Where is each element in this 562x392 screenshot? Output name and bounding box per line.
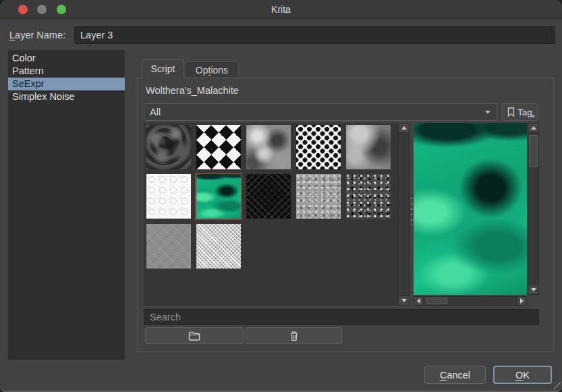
cancel-label-post: ancel xyxy=(447,370,470,381)
layer-name-label: Layer Name: xyxy=(9,26,65,44)
preview-vertical-scrollbar[interactable] xyxy=(528,123,539,295)
list-item-color[interactable]: Color xyxy=(8,52,125,65)
folder-icon xyxy=(188,331,200,341)
splitter-handle[interactable] xyxy=(410,196,413,225)
grid-vertical-scrollbar[interactable] xyxy=(398,123,410,306)
trash-icon xyxy=(289,331,299,341)
pattern-thumbnail-bw-triangles[interactable] xyxy=(196,125,241,169)
selected-pattern-name: Wolthera's_Malachite xyxy=(146,85,239,96)
ok-label-mnemonic: O xyxy=(515,370,523,381)
preview-scroll-up-button[interactable] xyxy=(528,123,538,133)
bookmark-icon xyxy=(507,107,515,117)
pattern-grid xyxy=(144,123,398,306)
arrow-right-icon xyxy=(520,298,524,304)
list-item-seexpr[interactable]: SeExpr xyxy=(8,78,125,90)
window-title: Krita xyxy=(0,0,562,19)
tag-filter-combobox[interactable]: All xyxy=(144,103,497,121)
search-input[interactable] xyxy=(144,309,539,325)
ok-button[interactable]: OK xyxy=(493,366,552,384)
krita-layer-dialog: Krita Layer Name: Color Pattern SeExpr S… xyxy=(0,0,562,392)
layer-name-label-mnemonic: L xyxy=(9,30,15,40)
pattern-thumbnail-halftone-dots[interactable] xyxy=(296,125,341,169)
chevron-down-icon xyxy=(485,111,490,114)
resize-grip[interactable] xyxy=(552,381,561,389)
tab-options[interactable]: Options xyxy=(185,61,239,78)
pattern-thumbnail-dark-marble[interactable] xyxy=(146,125,191,169)
pattern-thumbnail-dark-maze[interactable] xyxy=(246,174,291,219)
delete-resource-button[interactable] xyxy=(246,327,342,344)
tab-script[interactable]: Script xyxy=(142,59,184,78)
arrow-up-icon xyxy=(531,126,536,130)
pattern-thumbnail-malachite-selected[interactable] xyxy=(196,174,241,219)
arrow-down-icon xyxy=(531,288,536,291)
tab-options-label-post: ions xyxy=(210,65,228,76)
list-item-pattern[interactable]: Pattern xyxy=(8,65,125,78)
pattern-thumbnail-light-squiggle[interactable] xyxy=(146,174,191,219)
titlebar[interactable]: Krita xyxy=(0,0,562,19)
pattern-thumbnail-light-weave[interactable] xyxy=(196,224,241,269)
preview-scroll-right-button[interactable] xyxy=(517,297,526,305)
pattern-thumbnail-smoke[interactable] xyxy=(346,125,391,169)
preview-hscroll-thumb[interactable] xyxy=(426,298,447,304)
tag-filter-value: All xyxy=(150,104,161,120)
import-resource-button[interactable] xyxy=(145,327,244,344)
tab-script-label-post: pt xyxy=(167,63,175,74)
tag-button[interactable]: Tag xyxy=(502,103,538,121)
pattern-thumbnail-gray-canvas[interactable] xyxy=(146,224,191,269)
arrow-up-icon xyxy=(401,126,407,130)
pattern-thumbnail-dark-speckle[interactable] xyxy=(346,174,391,219)
ok-label-post: K xyxy=(523,370,530,381)
pattern-thumbnail-concrete-noise[interactable] xyxy=(296,174,341,219)
list-item-simplex-noise[interactable]: Simplex Noise xyxy=(8,90,125,103)
cancel-label-mnemonic: C xyxy=(440,370,447,381)
tab-script-label-pre: Scr xyxy=(151,63,165,74)
grid-scroll-up-button[interactable] xyxy=(399,123,409,133)
tag-button-label: Tag xyxy=(517,107,532,117)
arrow-left-icon xyxy=(417,298,420,304)
pattern-preview-image xyxy=(414,123,527,295)
preview-horizontal-scrollbar[interactable] xyxy=(414,296,527,306)
preview-vscroll-thumb[interactable] xyxy=(529,135,538,167)
grid-scroll-down-button[interactable] xyxy=(399,296,409,305)
preview-scroll-down-button[interactable] xyxy=(528,285,538,294)
layer-name-label-post: ayer Name: xyxy=(15,30,65,40)
generator-type-list: Color Pattern SeExpr Simplex Noise xyxy=(8,50,125,360)
arrow-down-icon xyxy=(401,299,407,302)
tab-options-label-pre: Op xyxy=(196,65,208,76)
pattern-thumbnail-gray-clouds[interactable] xyxy=(246,125,291,169)
cancel-button[interactable]: Cancel xyxy=(424,366,486,384)
layer-name-input[interactable] xyxy=(74,26,555,44)
chevron-down-icon xyxy=(531,115,535,118)
preview-scroll-left-button[interactable] xyxy=(414,297,424,305)
